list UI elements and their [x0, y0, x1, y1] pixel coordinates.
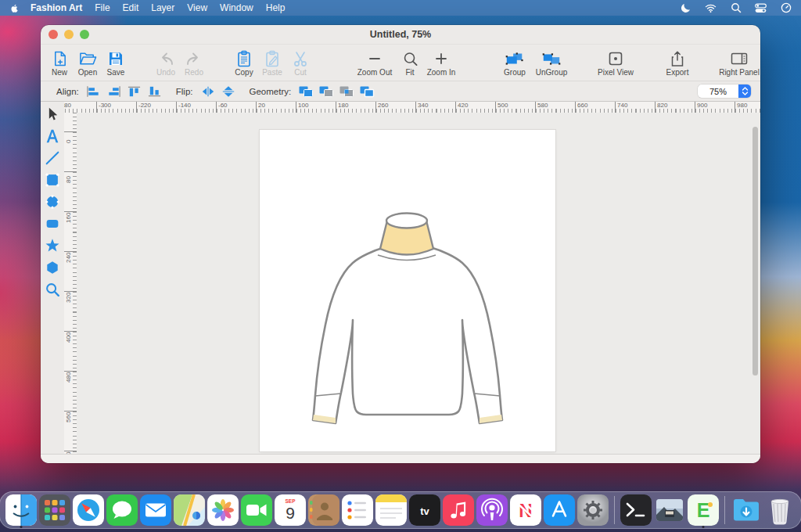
dock-mail[interactable]: [140, 494, 171, 526]
flip-vertical-button[interactable]: [219, 84, 238, 99]
redo-button: Redo: [180, 49, 208, 77]
fit-button[interactable]: Fit: [396, 49, 424, 77]
group-button[interactable]: Group: [501, 49, 529, 77]
turtleneck-sweater-drawing[interactable]: [260, 130, 555, 451]
menu-layer[interactable]: Layer: [151, 2, 174, 13]
align-left-button[interactable]: [84, 84, 103, 99]
zoom-tool[interactable]: [42, 280, 63, 299]
menu-view[interactable]: View: [187, 2, 207, 13]
control-center-icon[interactable]: [755, 2, 767, 14]
redo-label: Redo: [185, 68, 203, 77]
dock-finder[interactable]: [5, 494, 37, 526]
open-icon: [79, 49, 97, 68]
dock-safari[interactable]: [73, 494, 104, 526]
v-ruler-tick: 400: [64, 331, 77, 371]
new-label: New: [52, 68, 67, 77]
active-app-name[interactable]: Fashion Art: [31, 2, 82, 13]
align-top-button[interactable]: [125, 84, 144, 99]
dock-music[interactable]: [443, 494, 474, 526]
menu-file[interactable]: File: [95, 2, 110, 13]
redo-icon: [185, 49, 203, 68]
intersect-button[interactable]: [337, 84, 356, 99]
artboard[interactable]: [260, 130, 555, 451]
h-ruler-tick: 660: [575, 102, 615, 113]
pixel-view-button[interactable]: Pixel View: [602, 49, 630, 77]
vertical-scrollbar[interactable]: [753, 127, 758, 376]
siri-icon[interactable]: [780, 2, 792, 14]
align-bottom-button[interactable]: [145, 84, 164, 99]
h-ruler-tick: -220: [136, 102, 176, 113]
export-button[interactable]: Export: [663, 49, 691, 77]
dock-launchpad[interactable]: [39, 494, 70, 526]
dock-messages[interactable]: [106, 494, 138, 526]
dock-podcasts[interactable]: [476, 494, 508, 526]
pixel-view-icon: [607, 49, 624, 68]
dock-notes[interactable]: [375, 494, 407, 526]
v-ruler-tick: 240: [64, 251, 77, 291]
dock-downloads[interactable]: [731, 494, 762, 526]
line-tool[interactable]: [42, 149, 63, 167]
dock-maps[interactable]: [174, 494, 205, 526]
ungroup-button[interactable]: UnGroup: [537, 49, 566, 77]
spotlight-icon[interactable]: [730, 2, 742, 14]
wifi-icon[interactable]: [705, 2, 717, 14]
ungroup-icon: [541, 49, 562, 68]
dock-fashion-art-app[interactable]: E: [688, 494, 719, 526]
dock-news[interactable]: N: [510, 494, 541, 526]
menu-window[interactable]: Window: [220, 2, 253, 13]
apple-menu-icon[interactable]: [9, 3, 20, 13]
v-ruler-tick: 0: [64, 131, 77, 171]
zoom-in-button[interactable]: Zoom In: [427, 49, 455, 77]
dock-terminal[interactable]: [620, 494, 652, 526]
canvas-area[interactable]: [77, 113, 760, 454]
right-panel-button[interactable]: Right Panel: [725, 49, 753, 77]
new-button[interactable]: New: [45, 49, 74, 77]
save-button[interactable]: Save: [102, 49, 130, 77]
exclude-button[interactable]: [357, 84, 376, 99]
open-button[interactable]: Open: [74, 49, 102, 77]
align-right-button[interactable]: [105, 84, 124, 99]
paste-label: Paste: [262, 68, 282, 77]
dock-facetime[interactable]: [241, 494, 272, 526]
zoom-out-label: Zoom Out: [357, 68, 392, 77]
dock-trash[interactable]: [764, 494, 796, 526]
tool-palette: [41, 102, 64, 454]
flip-horizontal-button[interactable]: [199, 84, 217, 99]
open-label: Open: [78, 68, 97, 77]
zoom-level-select[interactable]: 75%: [698, 84, 751, 98]
flip-label: Flip:: [176, 87, 193, 96]
union-button[interactable]: [296, 84, 315, 99]
menu-help[interactable]: Help: [266, 2, 286, 13]
dock-app-store[interactable]: [544, 494, 575, 526]
rounded-rect-tool[interactable]: [42, 214, 63, 233]
h-ruler-tick: -60: [216, 102, 256, 113]
copy-button[interactable]: Copy: [230, 49, 258, 77]
zoom-level-value: 75%: [698, 84, 738, 98]
new-icon: [52, 49, 68, 68]
dock-photos[interactable]: [207, 494, 239, 526]
select-tool[interactable]: [42, 105, 63, 124]
dock-divider: [724, 496, 725, 524]
title-bar[interactable]: Untitled, 75%: [41, 25, 760, 45]
v-ruler-tick: 160: [64, 211, 77, 251]
rectangle-tool[interactable]: [42, 171, 63, 189]
dock-tv[interactable]: tv: [409, 494, 440, 526]
dock-reminders[interactable]: [342, 494, 373, 526]
svg-text:tv: tv: [420, 505, 429, 517]
zoom-out-button[interactable]: Zoom Out: [361, 49, 389, 77]
do-not-disturb-icon[interactable]: [680, 2, 691, 14]
vertical-ruler: 080160240320400480560640: [64, 113, 77, 454]
text-tool[interactable]: [42, 127, 63, 146]
horizontal-ruler: -380-300-220-140-60201001802603404205005…: [64, 102, 760, 113]
dock-contacts[interactable]: [308, 494, 339, 526]
menu-edit[interactable]: Edit: [123, 2, 139, 13]
polygon-tool[interactable]: [42, 258, 63, 277]
star-tool[interactable]: [42, 236, 63, 255]
app-window: Untitled, 75% NewOpenSaveUndoRedoCopyPas…: [41, 25, 760, 463]
subtract-button[interactable]: [317, 84, 336, 99]
dock-system-preferences[interactable]: [577, 494, 609, 526]
dock-calendar[interactable]: SEP9: [275, 494, 306, 526]
dock-minimized-window[interactable]: [654, 494, 685, 526]
ellipse-tool[interactable]: [42, 192, 63, 211]
undo-button: Undo: [152, 49, 180, 77]
